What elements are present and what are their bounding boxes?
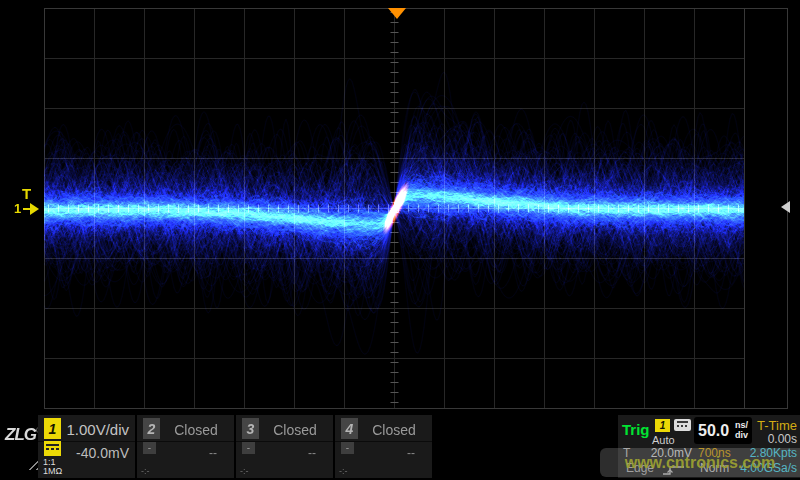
trigger-sweep-mode: Auto: [652, 434, 675, 446]
channel-3-value: --: [308, 446, 316, 460]
timebase-scale: 50.0: [698, 422, 729, 440]
channel1-ground-marker[interactable]: 1: [14, 202, 39, 215]
channel-2-value: --: [209, 446, 217, 460]
trigger-menu-button[interactable]: Trig: [622, 421, 650, 438]
channel-4-badge[interactable]: 4: [341, 418, 358, 439]
brand-logo: ZLG®: [5, 425, 41, 445]
channel-4-status: Closed: [361, 422, 427, 438]
input-impedance: 1MΩ: [43, 466, 62, 476]
channel-1-scale: 1.00V/div: [66, 421, 129, 438]
t-time-label: T-Time: [757, 418, 797, 433]
channel-1-badge[interactable]: 1: [44, 418, 61, 439]
channel-2-coupling-badge: -: [143, 442, 156, 454]
t-time-value: 0.00s: [768, 432, 797, 446]
channel-1-probe-info: 1:1 1MΩ: [43, 458, 62, 476]
timebase-unit: ns/div: [735, 420, 748, 440]
oscilloscope-screen: T 1 ZLG® 1 1:1 1MΩ 1.00V/div -40.0mV 2 C: [0, 0, 800, 480]
trigger-coupling-icon: [674, 419, 691, 431]
channel-2-block[interactable]: 2 Closed - -- -:-: [137, 415, 234, 478]
channel-3-detail: -:-: [240, 466, 249, 476]
watermark: www.cntronics.com: [600, 448, 800, 477]
channel-2-status: Closed: [163, 422, 229, 438]
trigger-source-badge[interactable]: 1: [655, 419, 670, 432]
ground-marker-arrow-icon: [30, 203, 39, 215]
channel-4-coupling-badge: -: [341, 442, 354, 454]
channel-3-status: Closed: [262, 422, 328, 438]
timebase-button[interactable]: 50.0 ns/div: [694, 417, 752, 444]
channel1-ground-label: 1: [14, 202, 21, 215]
channel-3-coupling-badge: -: [242, 442, 255, 454]
trigger-source-marker: T: [22, 186, 31, 201]
channel-1-offset: -40.0mV: [76, 445, 129, 461]
channel-2-detail: -:-: [141, 466, 150, 476]
channel-4-detail: -:-: [339, 466, 348, 476]
channel-3-block[interactable]: 3 Closed - -- -:-: [236, 415, 333, 478]
channel-1-block[interactable]: 1 1:1 1MΩ 1.00V/div -40.0mV: [38, 415, 135, 478]
channel-2-badge[interactable]: 2: [143, 418, 160, 439]
waveform-display: [0, 0, 800, 413]
channel-4-value: --: [407, 446, 415, 460]
trigger-level-marker-icon[interactable]: [781, 201, 790, 213]
channel-3-badge[interactable]: 3: [242, 418, 259, 439]
ground-marker-bar: [23, 208, 30, 210]
trigger-position-marker-icon[interactable]: [388, 8, 406, 19]
channel-1-dc-coupling-icon: [44, 441, 61, 456]
channel-4-block[interactable]: 4 Closed - -- -:-: [335, 415, 432, 478]
